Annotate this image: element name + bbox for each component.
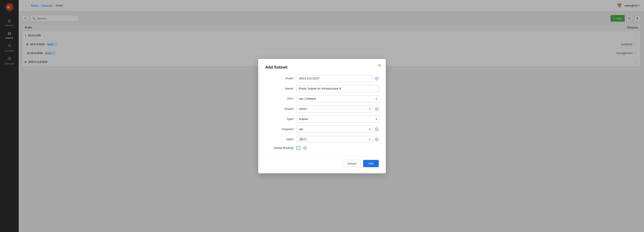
sites-chevron-icon: ▾ xyxy=(369,138,370,141)
modal-close-button[interactable]: ✕ xyxy=(378,63,382,68)
global-routing-checkbox-wrapper: ✓ xyxy=(296,146,300,150)
modal-footer: Cancel Add xyxy=(265,156,379,167)
sites-tag-sv: SV ✕ xyxy=(298,137,307,141)
purpose-label: Purpose* xyxy=(265,128,294,131)
tenant-help-icon[interactable]: ? xyxy=(375,107,379,111)
global-routing-checkbox[interactable]: ✓ xyxy=(296,146,300,150)
form-row-vpc: VPC* vpc-1:Default ▾ xyxy=(265,95,379,102)
type-select-wrapper: Subnet ▾ xyxy=(296,115,379,123)
add-subnet-modal: Add Subnet ✕ Prefix* ? Name* VPC* vpc-1:… xyxy=(258,59,386,173)
form-row-type: Type* Subnet ▾ xyxy=(265,115,379,123)
sites-input[interactable]: SV ✕ ▾ xyxy=(296,136,372,143)
global-routing-label: Global Routing* xyxy=(265,146,294,150)
modal-title: Add Subnet xyxy=(265,65,379,70)
form-row-tenant: Tenant* Admin ▾ ? xyxy=(265,105,379,112)
type-label: Type* xyxy=(265,117,294,121)
sites-label: Sites* xyxy=(265,138,294,141)
sites-tag-remove-button[interactable]: ✕ xyxy=(304,138,306,141)
vpc-select-wrapper: vpc-1:Default ▾ xyxy=(296,95,379,102)
prefix-input[interactable] xyxy=(296,75,372,82)
form-row-global-routing: Global Routing* ✓ ? xyxy=(265,146,379,150)
vpc-label: VPC* xyxy=(265,97,294,100)
type-select[interactable]: Subnet xyxy=(296,115,379,123)
tenant-select[interactable]: Admin xyxy=(296,105,372,112)
global-routing-help-icon[interactable]: ? xyxy=(303,146,307,150)
sites-help-icon[interactable]: ? xyxy=(375,137,379,141)
form-row-name: Name* xyxy=(265,85,379,92)
tenant-select-wrapper: Admin ▾ xyxy=(296,105,372,112)
purpose-select-wrapper: nat loopback management common ▾ xyxy=(296,126,372,133)
purpose-help-icon[interactable]: ? xyxy=(375,127,379,131)
prefix-label: Prefix* xyxy=(265,77,294,80)
form-row-purpose: Purpose* nat loopback management common … xyxy=(265,126,379,133)
add-submit-button[interactable]: Add xyxy=(363,160,379,167)
vpc-select[interactable]: vpc-1:Default xyxy=(296,95,379,102)
form-row-sites: Sites* SV ✕ ▾ ? xyxy=(265,136,379,143)
tenant-label: Tenant* xyxy=(265,107,294,110)
sites-tag-label: SV xyxy=(300,138,303,141)
form-row-prefix: Prefix* ? xyxy=(265,75,379,82)
prefix-help-icon[interactable]: ? xyxy=(375,76,379,80)
name-label: Name* xyxy=(265,87,294,90)
cancel-button[interactable]: Cancel xyxy=(343,160,361,167)
purpose-select[interactable]: nat loopback management common xyxy=(296,126,372,133)
modal-overlay: Add Subnet ✕ Prefix* ? Name* VPC* vpc-1:… xyxy=(0,0,644,232)
name-input[interactable] xyxy=(296,85,379,92)
